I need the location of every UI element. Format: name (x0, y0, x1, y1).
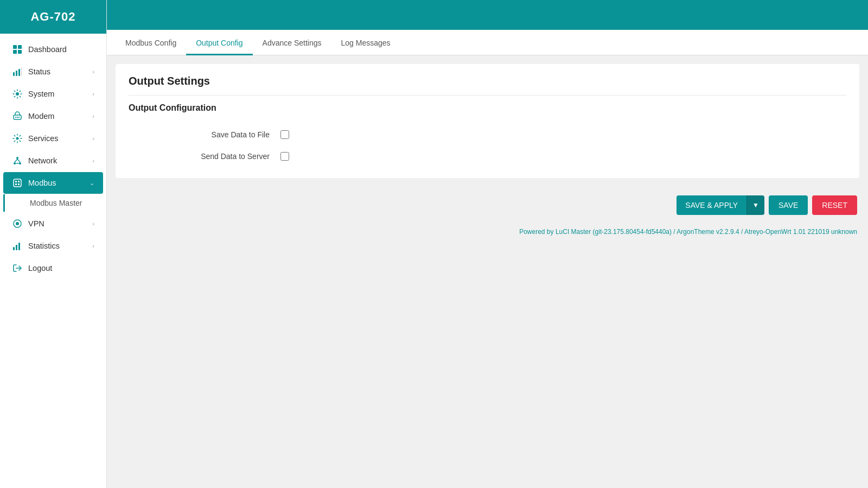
chevron-right-icon: › (92, 135, 94, 142)
chevron-right-icon: › (92, 220, 94, 227)
sub-item-label: Modbus Master (30, 199, 82, 207)
save-data-to-file-checkbox[interactable] (280, 130, 289, 139)
top-bar (107, 0, 868, 30)
content-area: Modbus Config Output Config Advance Sett… (107, 30, 868, 488)
svg-point-15 (14, 162, 16, 164)
action-bar: SAVE & APPLY ▼ SAVE RESET (107, 187, 868, 224)
logout-icon (12, 263, 23, 274)
svg-point-16 (19, 162, 21, 164)
send-data-to-server-checkbox[interactable] (280, 152, 289, 161)
svg-rect-21 (15, 181, 17, 182)
panel-divider (129, 95, 846, 96)
sidebar-item-services[interactable]: Services › (3, 128, 103, 149)
modem-icon (12, 111, 23, 122)
sidebar-item-system[interactable]: System › (3, 83, 103, 105)
svg-point-14 (16, 157, 18, 159)
save-apply-dropdown-button[interactable]: ▼ (746, 195, 764, 215)
svg-rect-23 (15, 183, 17, 185)
network-icon (12, 155, 23, 166)
svg-point-13 (16, 137, 19, 140)
svg-line-18 (17, 159, 20, 162)
svg-rect-4 (13, 72, 15, 76)
svg-rect-12 (18, 117, 20, 118)
sidebar-item-label: Modem (28, 112, 54, 121)
chevron-right-icon: › (92, 91, 94, 97)
save-button[interactable]: SAVE (769, 195, 808, 215)
tab-log-messages[interactable]: Log Messages (331, 30, 400, 55)
sidebar-item-statistics[interactable]: Statistics › (3, 235, 103, 257)
chevron-right-icon: › (92, 113, 94, 119)
sidebar-item-label: Modbus (28, 179, 56, 187)
app-logo: AG-702 (0, 0, 106, 34)
tab-advance-settings[interactable]: Advance Settings (253, 30, 331, 55)
chevron-right-icon: › (92, 68, 94, 75)
page-title: Output Settings (129, 75, 846, 87)
main-content: Modbus Config Output Config Advance Sett… (107, 0, 868, 488)
modbus-icon (12, 178, 23, 188)
svg-rect-29 (18, 243, 20, 250)
svg-rect-6 (18, 69, 20, 76)
svg-rect-27 (13, 247, 15, 250)
sidebar-item-modem[interactable]: Modem › (3, 105, 103, 127)
svg-rect-10 (15, 117, 16, 118)
sidebar-nav: Dashboard Status › System (0, 34, 106, 488)
footer: Powered by LuCI Master (git-23.175.80454… (107, 224, 868, 244)
chevron-down-icon: ⌄ (90, 180, 94, 187)
svg-rect-2 (13, 50, 17, 54)
status-icon (12, 66, 23, 77)
sidebar-item-dashboard[interactable]: Dashboard (3, 39, 103, 60)
save-data-to-file-row: Save Data to File (129, 124, 846, 145)
sidebar-item-status[interactable]: Status › (3, 61, 103, 83)
svg-rect-11 (17, 117, 18, 118)
svg-rect-5 (16, 71, 17, 76)
sidebar-item-logout[interactable]: Logout (3, 257, 103, 279)
sidebar-item-modbus[interactable]: Modbus ⌄ (3, 172, 103, 194)
reset-button[interactable]: RESET (812, 195, 857, 215)
chevron-right-icon: › (92, 243, 94, 249)
sidebar-item-vpn[interactable]: VPN › (3, 213, 103, 235)
save-apply-button[interactable]: SAVE & APPLY (676, 195, 746, 215)
svg-rect-22 (18, 181, 20, 182)
statistics-icon (12, 240, 23, 251)
sidebar-item-label: Status (28, 67, 50, 76)
tab-modbus-config[interactable]: Modbus Config (116, 30, 186, 55)
svg-rect-3 (18, 50, 22, 54)
sidebar-sub-item-modbus-master[interactable]: Modbus Master (3, 194, 103, 212)
svg-point-26 (16, 222, 19, 225)
section-title: Output Configuration (129, 103, 846, 113)
tab-output-config[interactable]: Output Config (186, 30, 252, 55)
send-data-to-server-row: Send Data to Server (129, 145, 846, 167)
sidebar-item-label: System (28, 90, 54, 98)
services-icon (12, 133, 23, 144)
tab-bar: Modbus Config Output Config Advance Sett… (107, 30, 868, 55)
svg-rect-24 (18, 183, 20, 185)
send-data-to-server-label: Send Data to Server (172, 152, 280, 161)
sidebar-item-label: Network (28, 156, 57, 165)
vpn-icon (12, 218, 23, 229)
svg-line-17 (15, 159, 17, 162)
sidebar-item-label: VPN (28, 219, 44, 228)
sidebar: AG-702 Dashboard (0, 0, 107, 488)
svg-rect-0 (13, 45, 17, 49)
svg-rect-1 (18, 45, 22, 49)
svg-point-8 (16, 92, 19, 96)
sidebar-item-network[interactable]: Network › (3, 150, 103, 172)
sidebar-item-label: Dashboard (28, 45, 67, 54)
system-icon (12, 88, 23, 99)
svg-rect-28 (16, 245, 17, 250)
save-apply-button-group: SAVE & APPLY ▼ (676, 195, 764, 215)
dashboard-icon (12, 44, 23, 55)
svg-rect-20 (14, 179, 21, 187)
chevron-right-icon: › (92, 157, 94, 164)
svg-rect-7 (21, 67, 22, 76)
sidebar-item-label: Statistics (28, 242, 60, 250)
save-data-to-file-label: Save Data to File (172, 130, 280, 139)
output-settings-panel: Output Settings Output Configuration Sav… (116, 64, 859, 178)
sidebar-item-label: Services (28, 134, 59, 143)
sidebar-item-label: Logout (28, 264, 52, 272)
